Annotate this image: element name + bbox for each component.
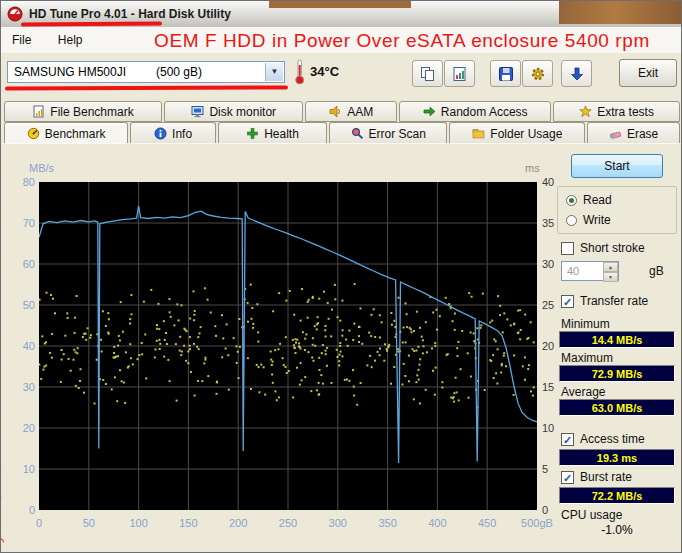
tab-benchmark[interactable]: Benchmark — [4, 122, 128, 144]
download-arrow-icon — [568, 66, 586, 82]
tab-label: AAM — [347, 105, 373, 119]
axis-tick-label: 450 — [463, 517, 511, 529]
burst-rate-checkbox[interactable]: ✓ Burst rate — [561, 470, 632, 484]
tab-label: Info — [172, 127, 192, 141]
desktop-background-patch — [559, 1, 682, 24]
axis-tick-label: 20 — [7, 422, 35, 434]
tab-extra-tests[interactable]: Extra tests — [553, 101, 680, 122]
axis-tick-label: 250 — [264, 517, 312, 529]
access-time-checkbox[interactable]: ✓ Access time — [561, 432, 645, 446]
checkbox-icon: ✓ — [561, 295, 574, 308]
tab-label: File Benchmark — [50, 105, 133, 119]
health-icon — [246, 127, 259, 140]
copy-image-button[interactable] — [444, 60, 475, 87]
tab-health[interactable]: Health — [218, 122, 327, 144]
cpu-usage-label: CPU usage — [561, 508, 622, 522]
cpu-usage-value: -1.0% — [559, 523, 675, 537]
tab-disk-monitor[interactable]: Disk monitor — [164, 101, 303, 122]
tab-random-access[interactable]: Random Access — [399, 101, 551, 122]
tab-label: Folder Usage — [490, 127, 562, 141]
window-title: HD Tune Pro 4.01 - Hard Disk Utility — [29, 7, 231, 21]
average-value: 63.0 MB/s — [559, 399, 675, 416]
axis-tick-label: 50 — [65, 517, 113, 529]
toolbar: SAMSUNG HM500JI (500 gB) ▼ 34°C — [1, 53, 682, 101]
access-time-value: 19.3 ms — [559, 449, 675, 466]
tab-folder-usage[interactable]: Folder Usage — [449, 122, 585, 144]
axis-tick-label: 5 — [542, 463, 556, 475]
read-radio-label: Read — [583, 193, 612, 207]
axis-tick-label: 150 — [164, 517, 212, 529]
axis-tick-label: 25 — [542, 299, 556, 311]
axis-tick-label: 0 — [542, 504, 556, 516]
axis-tick-label: 15 — [542, 381, 556, 393]
drive-selector-value: SAMSUNG HM500JI — [14, 65, 126, 79]
drive-selector-capacity: (500 gB) — [156, 65, 202, 79]
axis-tick-label: 30 — [542, 258, 556, 270]
axis-tick-label: 80 — [7, 176, 35, 188]
axis-tick-label: 500gB — [513, 517, 561, 529]
app-icon — [7, 6, 23, 22]
radio-icon — [566, 215, 577, 226]
options-button[interactable] — [522, 60, 553, 87]
benchmark-plot — [39, 182, 537, 510]
checkbox-icon — [561, 242, 574, 255]
tab-erase[interactable]: Erase — [587, 122, 680, 144]
short-stroke-checkbox[interactable]: Short stroke — [561, 241, 645, 255]
menu-help[interactable]: Help — [47, 27, 94, 53]
maximum-label: Maximum — [561, 351, 613, 365]
random-access-icon — [423, 105, 436, 118]
write-radio-label: Write — [583, 213, 611, 227]
left-axis-title: MB/s — [29, 162, 54, 174]
short-stroke-value: 40 — [567, 265, 579, 277]
desktop-background-patch — [269, 1, 411, 8]
save-icon — [497, 66, 515, 82]
average-label: Average — [561, 385, 605, 399]
menu-file[interactable]: File — [1, 27, 42, 53]
drive-selector[interactable]: SAMSUNG HM500JI (500 gB) ▼ — [7, 61, 285, 83]
minimum-value: 14.4 MB/s — [559, 331, 675, 348]
dropdown-arrow-icon[interactable]: ▼ — [265, 63, 283, 81]
tab-label: Random Access — [441, 105, 528, 119]
short-stroke-unit: gB — [649, 264, 664, 278]
axis-tick-label: 400 — [413, 517, 461, 529]
info-icon — [154, 127, 167, 140]
axis-tick-label: 35 — [542, 217, 556, 229]
short-stroke-spinner[interactable]: 40 ▲ ▼ — [561, 261, 619, 281]
write-radio[interactable]: Write — [566, 213, 611, 227]
maximum-value: 72.9 MB/s — [559, 365, 675, 382]
tab-label: Disk monitor — [209, 105, 276, 119]
exit-button[interactable]: Exit — [619, 59, 677, 87]
thermometer-icon — [293, 58, 306, 85]
read-radio[interactable]: Read — [566, 193, 612, 207]
tab-label: Error Scan — [369, 127, 426, 141]
axis-tick-label: 40 — [7, 340, 35, 352]
tab-label: Health — [264, 127, 299, 141]
tab-file-benchmark[interactable]: File Benchmark — [4, 101, 162, 122]
tab-error-scan[interactable]: Error Scan — [329, 122, 447, 144]
spinner-up-button[interactable]: ▲ — [603, 262, 618, 272]
transfer-rate-checkbox[interactable]: ✓ Transfer rate — [561, 294, 648, 308]
error-scan-icon — [351, 127, 364, 140]
copy-to-clipboard-button[interactable] — [412, 60, 443, 87]
gear-icon — [529, 66, 547, 82]
axis-tick-label: 30 — [7, 381, 35, 393]
axis-tick-label: 350 — [364, 517, 412, 529]
spinner-down-button[interactable]: ▼ — [603, 272, 618, 282]
access-time-label: Access time — [580, 432, 645, 446]
tab-aam[interactable]: AAM — [305, 101, 397, 122]
axis-tick-label: 50 — [7, 299, 35, 311]
tab-label: Benchmark — [45, 127, 106, 141]
export-button[interactable] — [561, 60, 592, 87]
short-stroke-label: Short stroke — [580, 241, 645, 255]
checkbox-icon: ✓ — [561, 471, 574, 484]
copy-image-icon — [451, 66, 469, 82]
annotation-note: OEM F HDD in Power Over eSATA enclosure … — [154, 30, 650, 52]
start-button[interactable]: Start — [571, 154, 663, 178]
axis-tick-label: 70 — [7, 217, 35, 229]
axis-tick-label: 100 — [115, 517, 163, 529]
copy-icon — [419, 66, 437, 82]
tab-info[interactable]: Info — [130, 122, 216, 144]
save-screenshot-button[interactable] — [490, 60, 521, 87]
disk-monitor-icon — [191, 105, 204, 118]
axis-tick-label: 20 — [542, 340, 556, 352]
